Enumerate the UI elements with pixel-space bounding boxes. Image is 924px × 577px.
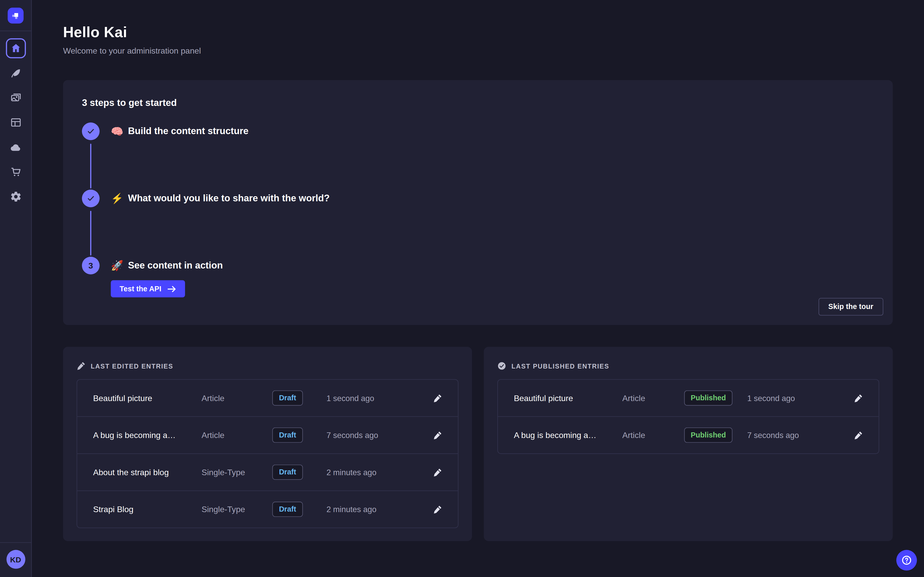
sidebar-item-content-manager[interactable] xyxy=(6,63,26,83)
test-the-api-button[interactable]: Test the API xyxy=(111,280,185,298)
edit-entry-button[interactable] xyxy=(848,394,863,402)
onboarding-title: 3 steps to get started xyxy=(82,98,874,108)
skip-the-tour-button[interactable]: Skip the tour xyxy=(818,298,883,316)
sidebar: KD xyxy=(0,0,32,577)
help-button[interactable] xyxy=(896,550,917,571)
sidebar-bottom: KD xyxy=(0,542,31,577)
pencil-icon xyxy=(76,362,85,370)
user-avatar[interactable]: KD xyxy=(6,550,25,569)
entry-title: A bug is becoming a… xyxy=(93,430,202,440)
step-connector-line xyxy=(90,143,91,188)
pencil-icon xyxy=(433,430,442,439)
question-mark-icon xyxy=(901,555,912,566)
entry-row[interactable]: Beautiful picture Article Draft 1 second… xyxy=(77,380,458,416)
main-content: Hello Kai Welcome to your administration… xyxy=(32,0,924,577)
strapi-logo-glyph xyxy=(11,11,21,21)
entry-time: 1 second ago xyxy=(747,394,848,402)
onboarding-step-3: 3 🚀 See content in action Test the API xyxy=(82,257,874,297)
entry-time: 7 seconds ago xyxy=(326,430,428,439)
feather-pen-icon xyxy=(10,67,21,79)
entry-title: Strapi Blog xyxy=(93,504,202,514)
last-published-panel: LAST PUBLISHED ENTRIES Beautiful picture… xyxy=(484,347,893,541)
strapi-admin-app: KD Hello Kai Welcome to your administrat… xyxy=(0,0,924,577)
entry-row[interactable]: A bug is becoming a… Article Draft 7 sec… xyxy=(77,416,458,453)
entry-row[interactable]: Strapi Blog Single-Type Draft 2 minutes … xyxy=(77,490,458,527)
pencil-icon xyxy=(433,394,442,402)
status-badge: Draft xyxy=(273,464,303,480)
entry-type: Single-Type xyxy=(202,467,249,477)
lightning-emoji: ⚡ xyxy=(111,192,123,205)
pencil-icon xyxy=(433,505,442,514)
page-title: Hello Kai xyxy=(63,24,893,41)
entry-type: Article xyxy=(202,393,249,403)
step-check-circle xyxy=(82,122,100,140)
entry-type: Article xyxy=(622,393,669,403)
last-edited-panel: LAST EDITED ENTRIES Beautiful picture Ar… xyxy=(63,347,472,541)
entry-time: 2 minutes ago xyxy=(326,505,428,514)
step-check-circle xyxy=(82,190,100,207)
rocket-emoji: 🚀 xyxy=(111,259,123,272)
edit-entry-button[interactable] xyxy=(428,505,442,514)
sidebar-item-cloud[interactable] xyxy=(6,137,26,157)
pencil-icon xyxy=(854,394,863,402)
brain-emoji: 🧠 xyxy=(111,125,123,137)
sidebar-item-marketplace[interactable] xyxy=(6,162,26,182)
sidebar-nav xyxy=(6,38,26,207)
cloud-icon xyxy=(10,141,22,153)
status-badge: Draft xyxy=(273,427,303,443)
check-icon xyxy=(87,194,95,203)
status-badge: Published xyxy=(684,427,733,443)
step-label: Build the content structure xyxy=(128,126,249,137)
entry-type: Article xyxy=(622,430,669,440)
panel-title: LAST PUBLISHED ENTRIES xyxy=(512,363,609,369)
edit-entry-button[interactable] xyxy=(428,468,442,477)
entry-title: Beautiful picture xyxy=(93,393,202,403)
sidebar-divider xyxy=(0,542,31,543)
entry-row[interactable]: A bug is becoming a… Article Published 7… xyxy=(498,416,879,453)
sidebar-item-home[interactable] xyxy=(6,38,26,58)
entry-title: A bug is becoming a… xyxy=(514,430,622,440)
sidebar-item-content-type-builder[interactable] xyxy=(6,113,26,132)
images-icon xyxy=(10,92,21,103)
entries-panels: LAST EDITED ENTRIES Beautiful picture Ar… xyxy=(63,347,893,541)
sidebar-item-settings[interactable] xyxy=(6,187,26,207)
edit-entry-button[interactable] xyxy=(428,394,442,402)
last-published-table: Beautiful picture Article Published 1 se… xyxy=(498,379,879,454)
onboarding-step-2: ⚡ What would you like to share with the … xyxy=(82,190,874,257)
layout-icon xyxy=(10,117,21,129)
gear-icon xyxy=(10,191,21,203)
test-the-api-label: Test the API xyxy=(120,285,162,293)
panel-title: LAST EDITED ENTRIES xyxy=(91,363,173,369)
entry-time: 7 seconds ago xyxy=(747,430,848,439)
sidebar-item-media-library[interactable] xyxy=(6,88,26,108)
page-subtitle: Welcome to your administration panel xyxy=(63,46,893,55)
arrow-right-icon xyxy=(167,285,176,292)
step-number-circle: 3 xyxy=(82,257,100,274)
entry-title: About the strapi blog xyxy=(93,467,202,477)
step-label: What would you like to share with the wo… xyxy=(128,193,330,204)
status-badge: Draft xyxy=(273,501,303,517)
entry-type: Article xyxy=(202,430,249,440)
edit-entry-button[interactable] xyxy=(848,430,863,439)
shopping-cart-icon xyxy=(10,166,21,178)
check-icon xyxy=(87,127,95,135)
entry-time: 2 minutes ago xyxy=(326,468,428,477)
strapi-logo[interactable] xyxy=(8,8,24,24)
pencil-icon xyxy=(433,468,442,477)
step-label: See content in action xyxy=(128,260,223,271)
entry-row[interactable]: About the strapi blog Single-Type Draft … xyxy=(77,453,458,491)
status-badge: Published xyxy=(684,390,733,406)
check-circle-icon xyxy=(498,362,506,370)
step-connector-line xyxy=(90,211,91,255)
edit-entry-button[interactable] xyxy=(428,430,442,439)
last-edited-table: Beautiful picture Article Draft 1 second… xyxy=(76,379,459,528)
entry-title: Beautiful picture xyxy=(514,393,622,403)
status-badge: Draft xyxy=(273,390,303,406)
entry-row[interactable]: Beautiful picture Article Published 1 se… xyxy=(498,380,879,416)
pencil-icon xyxy=(854,430,863,439)
onboarding-step-1: 🧠 Build the content structure xyxy=(82,122,874,190)
entry-type: Single-Type xyxy=(202,504,249,514)
home-icon xyxy=(10,42,21,54)
entry-time: 1 second ago xyxy=(326,394,428,402)
onboarding-card: 3 steps to get started 🧠 Build the conte… xyxy=(63,80,893,325)
